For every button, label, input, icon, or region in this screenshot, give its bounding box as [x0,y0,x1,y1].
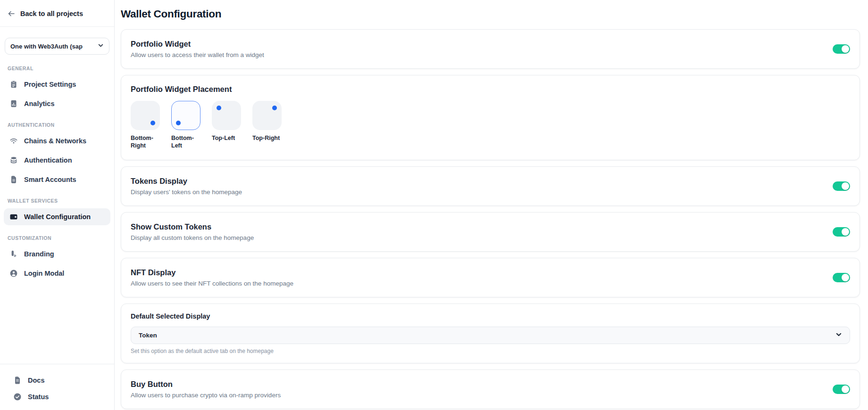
show-custom-tokens-toggle[interactable] [833,227,850,237]
card-title: NFT Display [131,267,293,278]
buy-button-toggle[interactable] [833,385,850,394]
sidebar-item-label: Docs [28,377,44,384]
card-description: Display users' tokens on the homepage [131,188,242,197]
section-label-customization: CUSTOMIZATION [8,235,107,241]
section-label-wallet-services: WALLET SERVICES [8,198,107,204]
buy-button-text: Buy Button Allow users to purchase crypt… [131,379,281,400]
placement-dot [176,121,181,125]
toggle-knob [842,274,849,281]
sidebar-item-project-settings[interactable]: Project Settings [4,76,110,93]
placement-label: Bottom-Right [131,134,160,149]
sidebar-item-label: Authentication [24,156,72,164]
placement-dot [150,121,155,125]
placement-tile [252,101,282,130]
sidebar-item-branding[interactable]: Branding [4,246,110,262]
wifi-icon [9,137,18,145]
nft-display-card: NFT Display Allow users to see their NFT… [121,258,860,297]
sidebar-item-chains-networks[interactable]: Chains & Networks [4,132,110,149]
portfolio-widget-card: Portfolio Widget Allow users to access t… [121,29,860,69]
select-label: Default Selected Display [131,312,850,321]
sidebar-item-label: Login Modal [24,270,64,277]
back-label: Back to all projects [20,10,83,17]
sidebar-item-authentication[interactable]: Authentication [4,152,110,169]
placement-tile-selected [171,101,200,130]
tokens-display-card: Tokens Display Display users' tokens on … [121,166,860,206]
sidebar-nav: GENERAL Project Settings Analytics AUTHE… [0,55,114,364]
toggle-knob [842,385,849,393]
placement-option-top-left[interactable]: Top-Left [212,101,241,149]
doc-icon [13,376,22,385]
placement-tile [131,101,160,130]
placement-dot [272,106,277,110]
chevron-down-icon [835,331,842,339]
toggle-knob [842,45,849,53]
portfolio-widget-text: Portfolio Widget Allow users to access t… [131,39,264,59]
show-custom-tokens-card: Show Custom Tokens Display all custom to… [121,212,860,252]
sidebar-item-label: Project Settings [24,81,76,88]
sidebar-item-login-modal[interactable]: Login Modal [4,265,110,282]
toggle-knob [842,182,849,190]
file-icon [9,175,18,184]
placement-label: Bottom-Left [171,134,200,149]
user-icon [9,269,18,278]
sidebar-item-label: Analytics [24,100,54,107]
placement-label: Top-Right [252,134,282,142]
card-title: Buy Button [131,379,281,389]
chevron-down-icon [98,42,104,50]
sidebar: Back to all projects One with Web3Auth (… [0,0,115,410]
sidebar-item-label: Branding [24,250,54,258]
placement-option-bottom-left[interactable]: Bottom-Left [171,101,200,149]
project-selector[interactable]: One with Web3Auth (sap [5,38,109,55]
sidebar-item-label: Wallet Configuration [24,213,91,221]
placement-label: Top-Left [212,134,241,142]
sidebar-item-wallet-configuration[interactable]: Wallet Configuration [4,208,110,225]
sidebar-item-smart-accounts[interactable]: Smart Accounts [4,171,110,188]
placement-option-top-right[interactable]: Top-Right [252,101,282,149]
card-title: Portfolio Widget Placement [131,84,850,94]
check-circle-icon [13,393,22,401]
card-description: Allow users to see their NFT collections… [131,279,293,288]
nft-display-text: NFT Display Allow users to see their NFT… [131,267,293,288]
card-description: Display all custom tokens on the homepag… [131,234,254,242]
sidebar-item-status[interactable]: Status [8,389,107,405]
placement-options: Bottom-Right Bottom-Left Top-Left Top-Ri… [131,101,850,149]
sidebar-item-docs[interactable]: Docs [8,372,107,388]
arrow-left-icon [8,10,15,17]
project-selector-value: One with Web3Auth (sap [10,43,95,50]
section-label-authentication: AUTHENTICATION [8,122,107,128]
tokens-display-text: Tokens Display Display users' tokens on … [131,176,242,197]
buy-button-card: Buy Button Allow users to purchase crypt… [121,369,860,409]
sidebar-item-analytics[interactable]: Analytics [4,95,110,112]
database-icon [9,156,18,164]
toggle-knob [842,228,849,236]
select-value: Token [139,332,157,339]
select-helper-text: Set this option as the default active ta… [131,348,850,355]
placement-dot [217,106,221,110]
show-custom-tokens-text: Show Custom Tokens Display all custom to… [131,221,254,242]
card-title: Tokens Display [131,176,242,186]
main-content: Wallet Configuration Portfolio Widget Al… [115,0,868,410]
page-title: Wallet Configuration [121,8,860,20]
sidebar-item-label: Status [28,393,49,401]
default-display-select[interactable]: Token [131,327,850,344]
section-label-general: GENERAL [8,66,107,71]
nft-display-toggle[interactable] [833,273,850,282]
tokens-display-toggle[interactable] [833,181,850,191]
portfolio-widget-toggle[interactable] [833,44,850,54]
default-selected-display-card: Default Selected Display Token Set this … [121,303,860,363]
placement-tile [212,101,241,130]
card-title: Show Custom Tokens [131,221,254,232]
sidebar-item-label: Smart Accounts [24,176,76,183]
placement-option-bottom-right[interactable]: Bottom-Right [131,101,160,149]
portfolio-widget-placement-card: Portfolio Widget Placement Bottom-Right … [121,75,860,160]
card-description: Allow users to purchase crypto via on-ra… [131,391,281,400]
analytics-icon [9,99,18,108]
sidebar-footer: Docs Status [0,364,114,410]
sidebar-item-label: Chains & Networks [24,137,86,145]
back-to-projects-link[interactable]: Back to all projects [0,0,114,27]
wallet-icon [9,213,18,221]
brush-icon [9,250,18,258]
card-description: Allow users to access their wallet from … [131,51,264,59]
clipboard-icon [9,80,18,89]
card-title: Portfolio Widget [131,39,264,49]
